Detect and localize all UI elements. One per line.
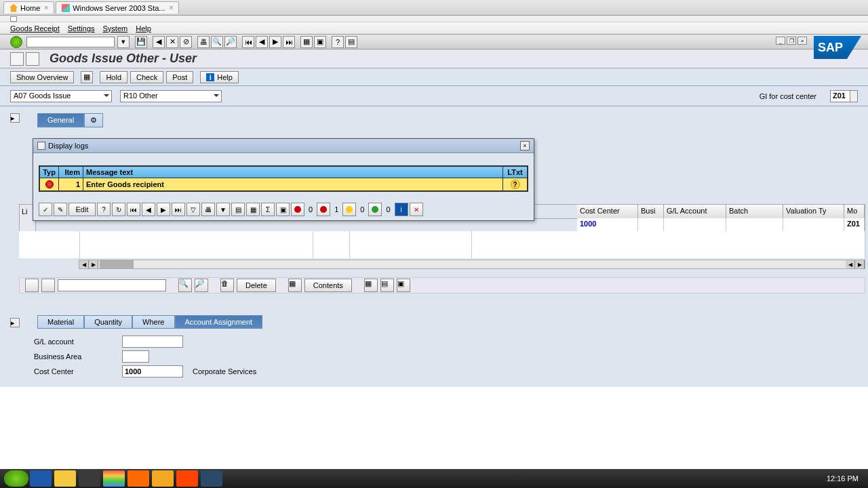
- cost-center-field[interactable]: [122, 365, 183, 378]
- taskbar-chrome-icon[interactable]: [103, 470, 125, 487]
- taskbar-app3-icon[interactable]: [176, 470, 198, 487]
- check-button[interactable]: Check: [130, 71, 163, 83]
- filter-icon[interactable]: ▽: [186, 203, 200, 216]
- th-item[interactable]: Item: [59, 167, 83, 178]
- prev-page-icon[interactable]: ◀: [256, 36, 268, 48]
- action-combo[interactable]: A07 Goods Issue: [10, 90, 112, 102]
- find-icon[interactable]: 🔍: [211, 36, 223, 48]
- dialog-close-icon[interactable]: ×: [520, 141, 530, 150]
- first-page-icon[interactable]: ⏮: [242, 36, 254, 48]
- new-session-icon[interactable]: ▦: [300, 36, 313, 48]
- help-button[interactable]: iHelp: [200, 71, 239, 83]
- grid-header-busi[interactable]: Busi: [638, 205, 664, 218]
- ref-combo[interactable]: R10 Other: [120, 90, 222, 102]
- last-icon[interactable]: ⏭: [172, 203, 185, 216]
- green-filter-icon[interactable]: [368, 203, 382, 216]
- start-button[interactable]: [4, 470, 28, 487]
- search-help-icon[interactable]: [850, 90, 858, 102]
- red2-filter-icon[interactable]: [317, 203, 330, 216]
- detail-icon[interactable]: ▣: [276, 203, 290, 216]
- business-area-field[interactable]: [122, 350, 149, 363]
- taskbar-ie-icon[interactable]: [30, 470, 52, 487]
- scroll-thumb[interactable]: [100, 260, 134, 268]
- grid-header-gl[interactable]: G/L Account: [664, 205, 726, 218]
- taskbar-explorer-icon[interactable]: [54, 470, 76, 487]
- red-filter-icon[interactable]: [291, 203, 304, 216]
- find-next-icon[interactable]: 🔎: [224, 36, 237, 48]
- info-icon[interactable]: i: [395, 203, 408, 216]
- dialog-titlebar[interactable]: Display logs ×: [33, 139, 534, 153]
- grid-header-cost-center[interactable]: Cost Center: [577, 205, 638, 218]
- cell-cost-center[interactable]: 1000: [577, 218, 638, 231]
- minimize-icon[interactable]: _: [776, 37, 785, 45]
- enter-icon[interactable]: [10, 36, 22, 48]
- close-icon[interactable]: ×: [170, 4, 174, 12]
- find-next-icon[interactable]: 🔎: [195, 279, 208, 292]
- print-icon[interactable]: 🖶: [197, 36, 210, 48]
- next-page-icon[interactable]: ▶: [269, 36, 281, 48]
- command-field[interactable]: [26, 37, 115, 47]
- tab-where[interactable]: Where: [132, 315, 174, 329]
- log-row[interactable]: 1 Enter Goods recipient ?: [40, 178, 528, 191]
- grid-header-valuation[interactable]: Valuation Ty: [783, 205, 844, 218]
- restore-icon[interactable]: ❐: [787, 37, 796, 45]
- delete-button[interactable]: Delete: [237, 279, 276, 292]
- refresh-icon[interactable]: ↻: [112, 203, 125, 216]
- gl-account-field[interactable]: [122, 336, 183, 348]
- next-icon[interactable]: ▶: [157, 203, 170, 216]
- cell-gl[interactable]: [664, 218, 726, 231]
- cell-valuation[interactable]: [783, 218, 844, 231]
- grid-header-batch[interactable]: Batch: [726, 205, 783, 218]
- menu-help[interactable]: Help: [136, 24, 151, 33]
- sum-icon[interactable]: Σ: [261, 203, 275, 216]
- hold-button[interactable]: Hold: [100, 71, 127, 83]
- contents-button[interactable]: Contents: [304, 279, 352, 292]
- collapse-handle-2-icon[interactable]: ▸: [10, 318, 20, 327]
- cancel-icon[interactable]: ⊘: [180, 36, 192, 48]
- tab-quantity[interactable]: Quantity: [84, 315, 132, 329]
- tab-account-assignment[interactable]: Account Assignment: [175, 315, 263, 329]
- first-icon[interactable]: ⏮: [127, 203, 140, 216]
- find-icon[interactable]: 🔍: [178, 279, 192, 292]
- scroll-right2-icon[interactable]: ▶: [855, 260, 865, 268]
- help-icon[interactable]: ?: [97, 203, 111, 216]
- save-icon[interactable]: 💾: [135, 36, 147, 48]
- help-icon[interactable]: ?: [332, 36, 344, 48]
- title-icon-2[interactable]: [26, 52, 39, 66]
- menu-goods-receipt[interactable]: Goods Receipt: [10, 24, 60, 33]
- last-page-icon[interactable]: ⏭: [283, 36, 295, 48]
- log-longtext[interactable]: ?: [503, 178, 528, 191]
- yellow-filter-icon[interactable]: [342, 203, 356, 216]
- print-icon[interactable]: 🖶: [201, 203, 215, 216]
- menu-settings[interactable]: Settings: [68, 24, 95, 33]
- prev-icon[interactable]: ◀: [142, 203, 155, 216]
- exit-icon[interactable]: ✕: [166, 36, 178, 48]
- refresh-icon[interactable]: ▦: [81, 71, 93, 83]
- tab-home[interactable]: Home ×: [3, 1, 54, 14]
- btn-icon-1[interactable]: [25, 279, 39, 292]
- btn-icon-2[interactable]: [41, 279, 55, 292]
- cell-mo[interactable]: Z01: [844, 218, 865, 231]
- layout-icon[interactable]: ▤: [345, 36, 357, 48]
- title-icon-1[interactable]: [10, 52, 24, 66]
- show-overview-button[interactable]: Show Overview: [10, 71, 74, 83]
- tab-config-icon[interactable]: ⚙: [84, 113, 103, 127]
- scroll-left2-icon[interactable]: ◀: [846, 260, 855, 268]
- scroll-right-icon[interactable]: ▶: [89, 260, 98, 268]
- th-message[interactable]: Message text: [83, 167, 503, 178]
- th-typ[interactable]: Typ: [40, 167, 59, 178]
- tab-material[interactable]: Material: [37, 315, 84, 329]
- tab-general[interactable]: General: [37, 113, 84, 127]
- trash-icon[interactable]: 🗑: [220, 279, 234, 292]
- taskbar-app-icon[interactable]: [79, 470, 100, 487]
- close-icon[interactable]: ×: [797, 37, 807, 45]
- close-icon[interactable]: ✕: [410, 203, 423, 216]
- edit-button[interactable]: Edit: [68, 203, 96, 216]
- grid-icon-2[interactable]: ▤: [380, 279, 394, 292]
- cell-batch[interactable]: [726, 218, 783, 231]
- collapse-handle-icon[interactable]: ▸: [10, 113, 20, 123]
- shortcut-icon[interactable]: ▣: [314, 36, 326, 48]
- layout-icon[interactable]: ▦: [246, 203, 260, 216]
- dropdown-icon[interactable]: ▾: [117, 36, 130, 48]
- sort-icon[interactable]: ▼: [216, 203, 230, 216]
